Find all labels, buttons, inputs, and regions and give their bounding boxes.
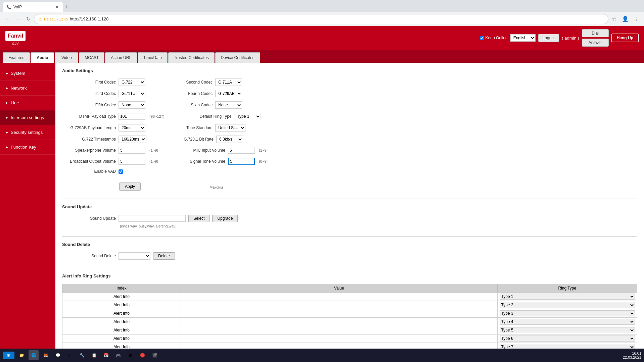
mic-input-input[interactable] — [228, 147, 255, 154]
g722-timestamps-select[interactable]: 160/20ms320/20ms — [119, 136, 146, 143]
fifth-codec-select[interactable]: NoneG.722G.711UG.711AG.729AB — [119, 101, 145, 109]
apply-button[interactable]: Apply — [119, 183, 141, 191]
broadcast-input[interactable] — [119, 158, 145, 165]
tab-action-url[interactable]: Action URL — [105, 52, 137, 63]
second-codec-select[interactable]: G.711AG.722G.711UG.729ABNone — [215, 79, 242, 86]
taskbar-icon-4[interactable]: 💬 — [53, 350, 63, 360]
g7231-bitrate-select[interactable]: 6.3kb/s5.3kb/s — [216, 136, 243, 143]
taskbar-icon-8[interactable]: 📅 — [101, 350, 111, 360]
sound-update-hint: (ring1.wav, busy.wav, alerting.wav) — [62, 224, 637, 228]
browser-tab-active[interactable]: 📞 VoIP ✕ — [3, 2, 63, 12]
hang-up-button[interactable]: Hang Up — [611, 34, 639, 42]
tab-time-date[interactable]: Time/Date — [138, 52, 168, 63]
alert-value-input-3[interactable] — [183, 319, 495, 324]
start-button[interactable]: ⊞ — [3, 352, 14, 359]
sound-update-input[interactable] — [119, 215, 186, 222]
taskbar-icon-11[interactable]: 🔴 — [137, 350, 147, 360]
sidebar-item-network-label: Network — [11, 86, 27, 91]
forward-button[interactable]: → — [13, 15, 23, 23]
taskbar-icon-5[interactable]: ✈ — [65, 350, 75, 360]
taskbar-icon-10[interactable]: 🖥 — [125, 350, 135, 360]
sound-delete-select[interactable]: ring1.wav busy.wav alerting.wav — [119, 252, 150, 260]
delete-button[interactable]: Delete — [153, 252, 175, 260]
taskbar-icon-9[interactable]: 🎮 — [113, 350, 123, 360]
first-codec-select[interactable]: G.722G.711UG.711AG.729ABNone — [119, 79, 145, 86]
alert-info-title: Alert Info Ring Settings — [62, 273, 637, 280]
third-codec-select[interactable]: G.711UG.722G.711AG.729ABNone — [119, 90, 145, 97]
taskbar-icon-12[interactable]: 🎬 — [149, 350, 159, 360]
alert-value-cell — [181, 293, 497, 301]
broadcast-hint: (1~9) — [149, 159, 158, 163]
answer-button[interactable]: Answer — [582, 39, 609, 47]
alert-ring-type-select-3[interactable]: Type 1Type 2Type 3Type 4Type 5Type 6Type… — [500, 319, 635, 325]
speakerphone-label: Speakerphone Volume — [62, 148, 116, 153]
default-ring-select[interactable]: Type 1Type 2Type 3 — [234, 113, 261, 120]
select-button[interactable]: Select — [188, 215, 210, 222]
enable-vad-checkbox[interactable] — [119, 169, 123, 174]
sidebar-item-security[interactable]: ► Security settings — [0, 125, 55, 140]
dial-button[interactable]: Dial — [582, 29, 609, 37]
dtmf-input[interactable] — [119, 113, 145, 120]
tab-video[interactable]: Video — [55, 52, 78, 63]
alert-value-input-4[interactable] — [183, 328, 495, 332]
sidebar-item-function-key[interactable]: ► Function Key — [0, 140, 55, 155]
keep-online-checkbox[interactable] — [480, 36, 484, 40]
fourth-codec-select[interactable]: G.729ABG.722G.711UG.711ANone — [215, 90, 242, 97]
sixth-codec-select[interactable]: NoneG.722G.711UG.711AG.729AB — [215, 101, 242, 109]
default-ring-label: Default Ring Type — [178, 114, 231, 119]
alert-value-input-5[interactable] — [183, 336, 495, 341]
sidebar-item-network[interactable]: ► Network — [0, 81, 55, 96]
speakerphone-input[interactable] — [119, 147, 145, 154]
alert-value-input-0[interactable] — [183, 294, 495, 299]
codec-row-1: First Codec G.722G.711UG.711AG.729ABNone… — [62, 79, 637, 88]
taskbar-file-explorer[interactable]: 📁 — [16, 350, 27, 360]
alert-ring-type-select-5[interactable]: Type 1Type 2Type 3Type 4Type 5Type 6Type… — [500, 335, 635, 342]
taskbar-date: 22.03.2021 — [623, 355, 641, 359]
g722-timestamps-row: G.722 Timestamps 160/20ms320/20ms — [62, 136, 146, 143]
signal-tone-input[interactable] — [228, 158, 255, 165]
back-button[interactable]: ← — [3, 15, 12, 23]
tab-features[interactable]: Features — [3, 52, 30, 63]
taskbar-icon-6[interactable]: 🔧 — [77, 350, 87, 360]
taskbar-icon-3[interactable]: 🦊 — [41, 350, 51, 360]
broadcast-row: Broadcast Output Volume (1~9) — [62, 158, 158, 165]
alert-value-input-1[interactable] — [183, 303, 495, 307]
tab-mcast[interactable]: MCAST — [79, 52, 104, 63]
tab-device-certificates[interactable]: Device Certificates — [215, 52, 260, 63]
sound-update-title: Sound Update — [62, 204, 637, 211]
sidebar-item-intercom[interactable]: ► Intercom settings — [0, 110, 55, 125]
bookmark-button[interactable]: ☆ — [610, 14, 618, 23]
dial-answer-area: Dial Answer — [582, 29, 609, 47]
sidebar-item-function-key-label: Function Key — [11, 145, 36, 150]
language-select[interactable]: English Chinese — [510, 34, 536, 42]
alert-value-input-2[interactable] — [183, 311, 495, 316]
alert-index-cell: Alert Info — [62, 334, 181, 343]
menu-button[interactable]: ⋮ — [632, 14, 641, 23]
alert-ring-type-select-0[interactable]: Type 1Type 2Type 3Type 4Type 5Type 6Type… — [500, 294, 635, 300]
reload-button[interactable]: ↻ — [24, 14, 33, 23]
vad-row: Enable VAD — [62, 169, 637, 174]
profile-button[interactable]: 👤 — [620, 14, 631, 23]
tab-trusted-certificates[interactable]: Trusted Certificates — [168, 52, 215, 63]
default-ring-row: Default Ring Type Type 1Type 2Type 3 — [178, 113, 261, 120]
sidebar-item-system[interactable]: ► System — [0, 66, 55, 81]
alert-ring-type-select-4[interactable]: Type 1Type 2Type 3Type 4Type 5Type 6Type… — [500, 327, 635, 333]
sidebar-item-line[interactable]: ► Line — [0, 96, 55, 110]
sound-update-label: Sound Update — [62, 216, 116, 221]
logout-button[interactable]: Logout — [538, 34, 559, 42]
new-tab-button[interactable]: + — [64, 4, 68, 10]
url-input[interactable] — [70, 16, 604, 21]
taskbar-icon-7[interactable]: 📋 — [89, 350, 99, 360]
tab-audio[interactable]: Audio — [31, 52, 54, 63]
tone-standard-select[interactable]: United St...UKGermany — [215, 124, 245, 132]
divider-2 — [62, 236, 637, 237]
taskbar-browser[interactable]: 🌐 — [29, 350, 39, 360]
alert-ring-type-select-1[interactable]: Type 1Type 2Type 3Type 4Type 5Type 6Type… — [500, 302, 635, 308]
sidebar-item-line-label: Line — [11, 100, 19, 105]
upgrade-button[interactable]: Upgrade — [212, 215, 238, 222]
tab-close-button[interactable]: ✕ — [55, 4, 59, 10]
volume-row-1: Speakerphone Volume (1~9) MIC Input Volu… — [62, 147, 637, 156]
g729ab-select[interactable]: 20ms40ms60ms — [119, 124, 145, 132]
apply-row: Apply — [62, 180, 637, 191]
alert-ring-type-select-2[interactable]: Type 1Type 2Type 3Type 4Type 5Type 6Type… — [500, 310, 635, 316]
